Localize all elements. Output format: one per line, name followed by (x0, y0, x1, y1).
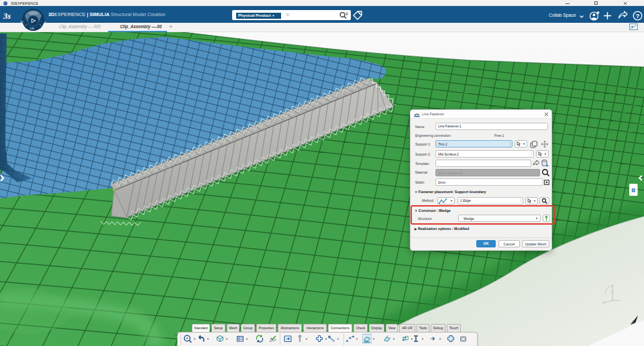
svg-text:V.R: V.R (30, 27, 34, 30)
svg-text:3s: 3s (3, 11, 11, 21)
svg-text:y: y (45, 20, 47, 23)
svg-text:3D: 3D (20, 20, 23, 23)
